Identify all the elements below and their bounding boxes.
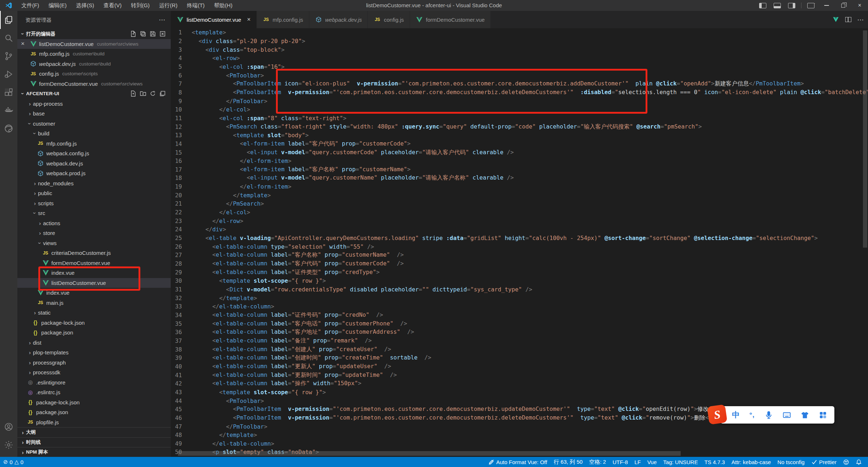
- code-line[interactable]: 26 <el-table-column type="selection" wid…: [171, 242, 868, 251]
- code-line[interactable]: 19 </el-form-item>: [171, 182, 868, 191]
- status-LF[interactable]: LF: [631, 459, 644, 465]
- open-editor-item[interactable]: formDemoCustomer.vuecustomer\src\views: [17, 79, 171, 89]
- code-line[interactable]: 15 <el-input v-model="query.customerCode…: [171, 148, 868, 157]
- code-line[interactable]: 14 <el-form-item label="客户代码" prop="cust…: [171, 140, 868, 148]
- status-bell[interactable]: [852, 459, 865, 465]
- activitybar-search[interactable]: [0, 29, 17, 47]
- sidebar-section-时间线[interactable]: ›时间线: [17, 437, 171, 447]
- menu-item[interactable]: 运行(R): [154, 0, 182, 11]
- new-file-icon[interactable]: [130, 91, 136, 97]
- new-folder-icon[interactable]: [140, 91, 146, 97]
- tree-item-.eslintignore[interactable]: ◎.eslintignore: [17, 378, 171, 388]
- tree-item-mfp.config.js[interactable]: JSmfp.config.js: [17, 139, 171, 149]
- tab-config.js[interactable]: JSconfig.js: [368, 11, 410, 28]
- status-空格: 2[interactable]: 空格: 2: [586, 459, 609, 466]
- close-icon[interactable]: ×: [247, 16, 251, 23]
- tree-item-static[interactable]: ›static: [17, 308, 171, 318]
- status-feedback[interactable]: [840, 459, 852, 465]
- restore-button[interactable]: [835, 0, 851, 11]
- sidebar-section-大纲[interactable]: ›大纲: [17, 427, 171, 437]
- activitybar-edge-tools[interactable]: [0, 119, 17, 138]
- tree-item-webpack.prod.js[interactable]: webpack.prod.js: [17, 168, 171, 178]
- code-line[interactable]: 48 </template>: [171, 431, 868, 439]
- save-all-icon[interactable]: [150, 31, 156, 37]
- code-line[interactable]: 29 <el-table-column label="证件类型" prop="c…: [171, 268, 868, 277]
- tree-item-public[interactable]: ›public: [17, 188, 171, 198]
- tree-item-base[interactable]: ›base: [17, 109, 171, 119]
- tree-item-plopfile.js[interactable]: JSplopfile.js: [17, 417, 171, 428]
- tree-item-package-lock.json[interactable]: {}package-lock.json: [17, 318, 171, 328]
- skin-icon[interactable]: [801, 411, 809, 419]
- ime-punctuation-mode[interactable]: °,: [749, 411, 755, 419]
- code-line[interactable]: 12 <PmSearch class="float-right" style="…: [171, 122, 868, 131]
- tree-item-views[interactable]: ›views: [17, 238, 171, 248]
- activitybar-explorer[interactable]: [0, 11, 17, 29]
- tree-item-processsdk[interactable]: ›processsdk: [17, 367, 171, 378]
- split-editor-icon[interactable]: [845, 17, 851, 22]
- activitybar-account[interactable]: [0, 418, 17, 436]
- close-all-editors-icon[interactable]: [159, 31, 166, 37]
- status-Tag: UNSURE[interactable]: Tag: UNSURE: [660, 459, 701, 465]
- menu-item[interactable]: 终端(T): [182, 0, 209, 11]
- toggle-editor-layout-icon[interactable]: [140, 31, 146, 37]
- open-editor-item[interactable]: JSmfp.config.jscustomer\build: [17, 49, 171, 59]
- microphone-icon[interactable]: [765, 411, 773, 419]
- code-line[interactable]: 40 <el-table-column label="更新人" prop="up…: [171, 362, 868, 371]
- menu-item[interactable]: 帮助(H): [209, 0, 237, 11]
- code-line[interactable]: 13 <template slot="body">: [171, 131, 868, 140]
- keyboard-icon[interactable]: [783, 411, 791, 419]
- code-line[interactable]: 20 </template>: [171, 191, 868, 199]
- tree-item-scripts[interactable]: ›scripts: [17, 198, 171, 209]
- code-editor[interactable]: 1<template>2 <div class="pl-20 pr-20 pb-…: [171, 28, 868, 457]
- vertical-scrollbar[interactable]: [863, 30, 867, 248]
- toggle-sidebar-icon[interactable]: [759, 3, 766, 8]
- status-Auto Format Vue: Off[interactable]: Auto Format Vue: Off: [485, 459, 550, 465]
- tree-item-dist[interactable]: ›dist: [17, 338, 171, 348]
- code-line[interactable]: 4 <el-row>: [171, 54, 868, 63]
- problems-status[interactable]: ⊘0 △0: [0, 459, 27, 465]
- refresh-icon[interactable]: [150, 91, 156, 97]
- menu-item[interactable]: 编辑(E): [44, 0, 71, 11]
- code-line[interactable]: 42 <el-table-column label="操作" width="15…: [171, 379, 868, 388]
- activitybar-settings[interactable]: [0, 436, 17, 454]
- code-line[interactable]: 25 <el-table v-loading="ApiController.qu…: [171, 234, 868, 243]
- status-UTF-8[interactable]: UTF-8: [609, 459, 631, 465]
- tree-item-processgraph[interactable]: ›processgraph: [17, 358, 171, 368]
- code-line[interactable]: 49 </el-table-column>: [171, 439, 868, 448]
- tree-item-criteriaDemoCustomer.js[interactable]: JScriteriaDemoCustomer.js: [17, 248, 171, 258]
- tree-item-src[interactable]: ›src: [17, 208, 171, 218]
- code-line[interactable]: 10 </el-col>: [171, 105, 868, 114]
- code-line[interactable]: 7 <PmToolbarItem icon="el-icon-plus" v-p…: [171, 80, 868, 88]
- code-line[interactable]: 28 <el-table-column label="客户代码" prop="c…: [171, 260, 868, 268]
- code-line[interactable]: 5 <el-col :span="16">: [171, 63, 868, 71]
- close-icon[interactable]: ×: [21, 40, 25, 47]
- code-line[interactable]: 31 <Dict v-model="row.credentialsType" d…: [171, 285, 868, 294]
- activitybar-source-control[interactable]: [0, 47, 17, 65]
- more-actions-icon[interactable]: ⋯: [857, 16, 864, 24]
- customize-layout-icon[interactable]: [807, 3, 814, 8]
- menu-item[interactable]: 查看(V): [99, 0, 126, 11]
- code-line[interactable]: 9 </PmToolbar>: [171, 97, 868, 105]
- code-line[interactable]: 16 </el-form-item>: [171, 157, 868, 165]
- menu-item[interactable]: 转到(G): [126, 0, 154, 11]
- code-line[interactable]: 27 <el-table-column label="客户名称" prop="c…: [171, 251, 868, 260]
- toolbox-grid-icon[interactable]: [819, 411, 827, 419]
- code-line[interactable]: 24 </div>: [171, 225, 868, 234]
- tree-item-plop-templates[interactable]: ›plop-templates: [17, 348, 171, 358]
- code-line[interactable]: 39 <el-table-column label="创建时间" prop="c…: [171, 354, 868, 362]
- code-line[interactable]: 17 <el-form-item label="客户名称" prop="cust…: [171, 165, 868, 174]
- tree-item-webpack.dev.js[interactable]: webpack.dev.js: [17, 159, 171, 169]
- toggle-secondary-sidebar-icon[interactable]: [788, 3, 795, 8]
- tree-item-build[interactable]: ›build: [17, 129, 171, 139]
- code-line[interactable]: 6 <PmToolbar>: [171, 71, 868, 80]
- code-line[interactable]: 37 <el-table-column label="备注" prop="rem…: [171, 337, 868, 345]
- tree-item-index.vue[interactable]: index.vue: [17, 268, 171, 278]
- code-line[interactable]: 35 <el-table-column label="客户电话" prop="c…: [171, 319, 868, 328]
- tree-item-actions[interactable]: ›actions: [17, 218, 171, 228]
- open-editor-item[interactable]: ×listDemoCustomer.vuecustomer\src\views: [17, 39, 171, 49]
- minimize-button[interactable]: [818, 0, 835, 11]
- tab-webpack.dev.js[interactable]: webpack.dev.js: [309, 11, 368, 28]
- status-Attr: kebab-case[interactable]: Attr: kebab-case: [728, 459, 774, 465]
- code-line[interactable]: 8 <PmToolbarItem v-permission="'com.prim…: [171, 88, 868, 97]
- sogou-logo-icon[interactable]: S: [707, 404, 727, 425]
